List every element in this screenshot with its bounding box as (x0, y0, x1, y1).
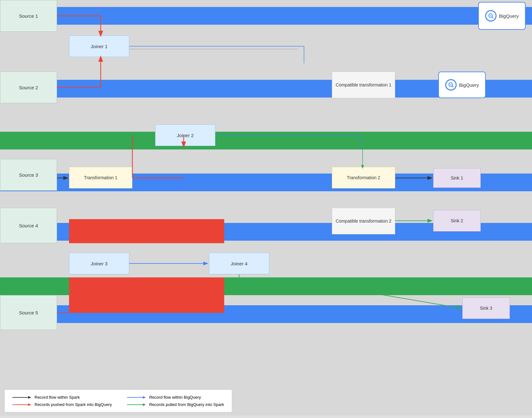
legend-item-pull-flow: Records pulled from BigQuery into Spark (127, 402, 224, 407)
legend-item-spark-flow: Record flow within Spark (12, 395, 112, 400)
connections-svg (0, 0, 532, 386)
source5-node: Source 5 (0, 295, 57, 330)
svg-marker-33 (28, 403, 31, 406)
source4-node: Source 4 (0, 208, 57, 243)
legend-item-bq-flow: Record flow within BigQuery (127, 395, 224, 400)
legend-arrow-spark (12, 395, 31, 400)
joiner1-node: Joiner 1 (69, 35, 129, 57)
joiner4-node: Joiner 4 (209, 253, 269, 274)
transform1-label: Transformation 1 (84, 175, 117, 180)
svg-line-4 (452, 86, 453, 87)
compat2-label: Compatible transformation 2 (336, 218, 391, 224)
compat1-node: Compatible transformation 1 (332, 72, 395, 98)
bigquery2-label: BigQuery (459, 82, 479, 88)
red-block-source4 (69, 219, 224, 243)
joiner3-label: Joiner 3 (91, 261, 107, 266)
source2-label: Source 2 (19, 85, 38, 90)
compat1-label: Compatible transformation 1 (336, 82, 391, 87)
sink3-label: Sink 3 (480, 306, 492, 311)
bigquery1-icon (485, 10, 497, 22)
svg-marker-29 (28, 396, 31, 399)
legend-bq-label: Record flow within BigQuery (149, 395, 201, 400)
sink1-label: Sink 1 (451, 175, 463, 180)
transform1-node: Transformation 1 (69, 167, 132, 188)
legend-pull-label: Records pulled from BigQuery into Spark (149, 402, 224, 407)
sink1-node: Sink 1 (433, 168, 481, 188)
sink3-node: Sink 3 (462, 297, 510, 319)
joiner2-node: Joiner 2 (155, 124, 215, 146)
joiner2-label: Joiner 2 (177, 133, 193, 138)
svg-line-1 (492, 17, 493, 18)
legend: Record flow within Spark Record flow wit… (4, 390, 232, 412)
joiner1-label: Joiner 1 (91, 44, 107, 49)
green-band-row1 (0, 132, 532, 149)
source4-label: Source 4 (19, 223, 38, 228)
transform2-label: Transformation 2 (347, 175, 380, 180)
bigquery1-label: BigQuery (499, 13, 519, 19)
joiner4-label: Joiner 4 (231, 261, 247, 266)
bigquery2-icon (445, 79, 457, 91)
legend-arrow-bq (127, 395, 146, 400)
legend-spark-label: Record flow within Spark (35, 395, 80, 400)
legend-arrow-pull (127, 402, 146, 407)
compat2-node: Compatible transformation 2 (332, 208, 395, 234)
source1-label: Source 1 (19, 13, 38, 19)
joiner3-node: Joiner 3 (69, 253, 129, 274)
canvas: Source 1 Source 2 Source 3 Source 4 Sour… (0, 0, 532, 386)
svg-marker-35 (143, 403, 146, 406)
diagram-container: Source 1 Source 2 Source 3 Source 4 Sour… (0, 0, 532, 415)
bigquery2-node: BigQuery (438, 72, 486, 98)
legend-item-push-flow: Records pushed from Spark into BigQuery (12, 402, 112, 407)
blue-band-row1 (0, 7, 532, 25)
red-block-source5 (69, 277, 224, 313)
source3-node: Source 3 (0, 159, 57, 191)
source3-label: Source 3 (19, 172, 38, 178)
svg-marker-31 (143, 396, 146, 399)
source5-label: Source 5 (19, 310, 38, 315)
sink2-label: Sink 2 (451, 218, 463, 223)
legend-push-label: Records pushed from Spark into BigQuery (35, 402, 112, 407)
sink2-node: Sink 2 (433, 210, 481, 231)
source1-node: Source 1 (0, 0, 57, 32)
bigquery1-node: BigQuery (478, 2, 526, 30)
source2-node: Source 2 (0, 72, 57, 103)
legend-arrow-push (12, 402, 31, 407)
transform2-node: Transformation 2 (332, 167, 395, 188)
